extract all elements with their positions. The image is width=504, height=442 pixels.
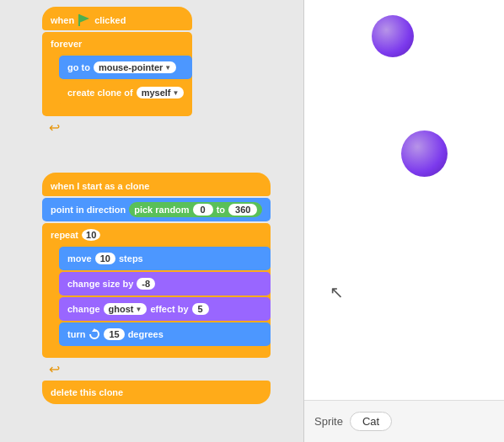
change-size-label: change size by [67, 279, 133, 289]
repeat-top: repeat 10 [42, 223, 271, 247]
create-clone-dropdown-value: myself [142, 88, 171, 98]
goto-dropdown[interactable]: mouse-pointer ▼ [94, 61, 176, 73]
ball-sprite-small [372, 15, 414, 57]
delete-clone-label: delete this clone [51, 387, 123, 397]
turn-label: turn [67, 329, 85, 339]
pick-random-to[interactable]: 360 [228, 204, 257, 216]
repeat-inner: move 10 steps change size by -8 change [59, 247, 271, 348]
block-group-2: when I start as a clone point in directi… [42, 173, 271, 404]
stage-panel: ↖ Sprite Cat [303, 0, 504, 442]
create-clone-block[interactable]: create clone of myself ▼ [59, 81, 192, 104]
move-steps-value[interactable]: 10 [95, 253, 115, 264]
repeat-bottom [42, 348, 271, 358]
goto-block[interactable]: go to mouse-pointer ▼ [59, 56, 192, 79]
effect-dropdown-value: ghost [109, 304, 134, 314]
turn-block[interactable]: turn 15 degrees [59, 322, 271, 346]
curve-arrow-2: ↩ [42, 359, 271, 379]
repeat-num[interactable]: 10 [82, 229, 100, 241]
point-direction-block[interactable]: point in direction pick random 0 to 360 [42, 198, 271, 221]
turn-degrees-value[interactable]: 15 [104, 328, 124, 340]
create-clone-label: create clone of [67, 88, 133, 98]
effect-value[interactable]: 5 [192, 303, 209, 315]
degrees-label: degrees [128, 329, 164, 339]
svg-marker-0 [79, 14, 89, 23]
pick-random-operator[interactable]: pick random 0 to 360 [129, 202, 262, 217]
create-clone-dropdown-arrow: ▼ [173, 89, 180, 97]
repeat-block[interactable]: repeat 10 move 10 steps change size by [42, 223, 271, 358]
to-label: to [217, 205, 225, 215]
block-group-1: when clicked forever [42, 7, 192, 137]
cursor-icon: ↖ [330, 282, 344, 302]
move-label: move [67, 253, 92, 264]
clone-group: when I start as a clone point in directi… [42, 173, 271, 404]
forever-label: forever [51, 39, 82, 49]
change-effect-block[interactable]: change ghost ▼ effect by 5 [59, 297, 271, 321]
forever-block[interactable]: forever go to mouse-pointer ▼ [42, 32, 192, 116]
goto-dropdown-value: mouse-pointer [99, 62, 163, 72]
goto-label: go to [67, 62, 90, 72]
stage-canvas: ↖ [304, 0, 504, 400]
delete-clone-block[interactable]: delete this clone [42, 381, 271, 404]
effect-by-label: effect by [150, 304, 188, 314]
blocks-area: when clicked forever [0, 0, 303, 442]
change-size-value[interactable]: -8 [137, 278, 155, 290]
when-label: when [51, 15, 74, 25]
stage-footer: Sprite Cat [304, 400, 504, 442]
pick-random-label: pick random [134, 205, 189, 215]
repeat-label: repeat [51, 230, 78, 240]
change-size-block[interactable]: change size by -8 [59, 272, 271, 296]
forever-inner: go to mouse-pointer ▼ create clone of my… [59, 56, 192, 106]
code-panel: when clicked forever [0, 0, 303, 442]
svg-rect-1 [78, 14, 80, 26]
when-flag-clicked-block[interactable]: when clicked [42, 7, 192, 30]
curve-arrow-1: ↩ [42, 118, 192, 137]
create-clone-dropdown[interactable]: myself ▼ [137, 87, 185, 99]
sprite-name: Cat [350, 412, 392, 431]
turn-clockwise-icon [88, 328, 100, 340]
clicked-label: clicked [94, 15, 126, 25]
move-block[interactable]: move 10 steps [59, 247, 271, 270]
effect-dropdown-arrow: ▼ [135, 306, 142, 313]
point-label: point in direction [51, 205, 126, 215]
sprite-label: Sprite [314, 415, 343, 428]
flag-icon [78, 14, 91, 26]
pick-random-from[interactable]: 0 [193, 204, 213, 216]
forever-top: forever [42, 32, 192, 56]
goto-dropdown-arrow: ▼ [164, 64, 171, 72]
steps-label: steps [119, 253, 143, 264]
when-clone-label: when I start as a clone [51, 181, 149, 191]
when-clone-block[interactable]: when I start as a clone [42, 173, 271, 196]
change-effect-label: change [67, 304, 100, 314]
effect-dropdown[interactable]: ghost ▼ [104, 303, 147, 315]
forever-bottom [42, 106, 192, 116]
ball-sprite-large [401, 130, 448, 177]
when-flag-group: when clicked forever [42, 7, 192, 137]
